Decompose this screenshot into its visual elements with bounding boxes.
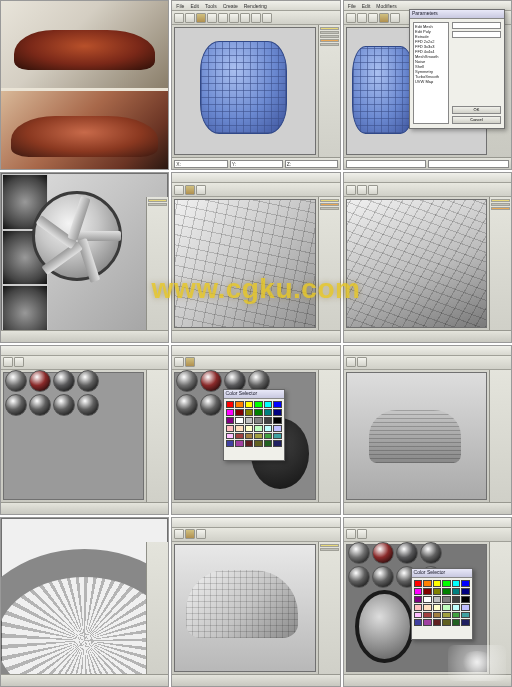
color-swatch[interactable] xyxy=(254,433,263,440)
toolbar-button[interactable] xyxy=(229,13,239,23)
toolbar-button[interactable] xyxy=(174,529,184,539)
color-swatch[interactable] xyxy=(273,417,282,424)
color-swatch[interactable] xyxy=(442,596,451,603)
color-swatch[interactable] xyxy=(433,596,442,603)
toolbar-button[interactable] xyxy=(379,13,389,23)
color-swatch[interactable] xyxy=(433,604,442,611)
color-swatch[interactable] xyxy=(273,440,282,447)
color-swatch[interactable] xyxy=(414,580,423,587)
menu-bar[interactable] xyxy=(172,346,339,356)
main-toolbar[interactable] xyxy=(344,183,511,197)
menu-item[interactable]: File xyxy=(348,3,356,9)
color-swatch[interactable] xyxy=(264,433,273,440)
color-swatch[interactable] xyxy=(442,580,451,587)
color-swatch[interactable] xyxy=(254,401,263,408)
color-swatch[interactable] xyxy=(254,409,263,416)
main-toolbar[interactable] xyxy=(172,11,339,25)
color-swatch[interactable] xyxy=(245,440,254,447)
material-sphere[interactable] xyxy=(200,394,222,416)
toolbar-button[interactable] xyxy=(251,13,261,23)
color-swatch[interactable] xyxy=(423,612,432,619)
color-swatch[interactable] xyxy=(273,401,282,408)
toolbar-button[interactable] xyxy=(174,185,184,195)
color-swatch[interactable] xyxy=(461,619,470,626)
color-swatch[interactable] xyxy=(442,612,451,619)
toolbar-button[interactable] xyxy=(174,13,184,23)
toolbar-button[interactable] xyxy=(357,357,367,367)
command-panel[interactable] xyxy=(318,370,340,502)
color-swatch[interactable] xyxy=(414,588,423,595)
material-sphere[interactable] xyxy=(53,394,75,416)
material-sphere[interactable] xyxy=(348,542,370,564)
toolbar-button[interactable] xyxy=(196,529,206,539)
command-panel[interactable] xyxy=(318,542,340,674)
toolbar-button[interactable] xyxy=(196,13,206,23)
swatch-grid[interactable] xyxy=(412,578,472,628)
material-sphere[interactable] xyxy=(77,370,99,392)
material-sphere[interactable] xyxy=(29,394,51,416)
viewport[interactable] xyxy=(1,518,168,686)
panel-row[interactable] xyxy=(320,31,339,34)
panel-tab[interactable] xyxy=(320,27,339,30)
color-swatch[interactable] xyxy=(442,588,451,595)
material-sphere[interactable] xyxy=(176,370,198,392)
color-swatch[interactable] xyxy=(423,619,432,626)
toolbar-button[interactable] xyxy=(207,13,217,23)
material-sphere[interactable] xyxy=(5,394,27,416)
color-swatch[interactable] xyxy=(273,409,282,416)
color-swatch[interactable] xyxy=(245,409,254,416)
color-swatch[interactable] xyxy=(461,604,470,611)
color-swatch[interactable] xyxy=(245,401,254,408)
color-swatch[interactable] xyxy=(452,619,461,626)
material-sphere[interactable] xyxy=(5,370,27,392)
material-sphere[interactable] xyxy=(372,566,394,588)
panel-tab[interactable] xyxy=(491,199,510,202)
viewport[interactable] xyxy=(174,27,315,155)
color-swatch[interactable] xyxy=(264,401,273,408)
main-toolbar[interactable] xyxy=(172,183,339,197)
toolbar-button[interactable] xyxy=(357,13,367,23)
modifier-list[interactable]: Edit Mesh Edit Poly Extrude FFD 2x2x2 FF… xyxy=(413,22,449,124)
color-swatch[interactable] xyxy=(235,409,244,416)
toolbar-button[interactable] xyxy=(346,185,356,195)
menu-item[interactable]: Modifiers xyxy=(376,3,396,9)
toolbar-button[interactable] xyxy=(185,185,195,195)
menu-item[interactable]: Create xyxy=(223,3,238,9)
panel-row[interactable] xyxy=(148,203,167,206)
color-selector-dialog[interactable]: Color Selector xyxy=(411,568,473,640)
menu-item[interactable]: Rendering xyxy=(244,3,267,9)
color-swatch[interactable] xyxy=(264,425,273,432)
status-field[interactable]: Z: xyxy=(285,160,338,168)
material-editor[interactable] xyxy=(5,370,99,420)
command-panel[interactable] xyxy=(146,370,168,502)
color-swatch[interactable] xyxy=(235,401,244,408)
color-swatch[interactable] xyxy=(442,619,451,626)
panel-row[interactable] xyxy=(320,548,339,551)
menu-bar[interactable] xyxy=(344,518,511,528)
status-field[interactable] xyxy=(346,160,427,168)
color-swatch[interactable] xyxy=(264,417,273,424)
cancel-button[interactable]: Cancel xyxy=(452,116,501,124)
color-swatch[interactable] xyxy=(245,433,254,440)
color-swatch[interactable] xyxy=(423,588,432,595)
toolbar-button[interactable] xyxy=(357,529,367,539)
toolbar-button[interactable] xyxy=(346,357,356,367)
color-swatch[interactable] xyxy=(254,417,263,424)
toolbar-button[interactable] xyxy=(390,13,400,23)
material-sphere[interactable] xyxy=(348,566,370,588)
modifier-dialog[interactable]: Parameters Edit Mesh Edit Poly Extrude F… xyxy=(409,9,505,129)
color-swatch[interactable] xyxy=(226,409,235,416)
color-swatch[interactable] xyxy=(452,596,461,603)
color-swatch[interactable] xyxy=(461,596,470,603)
color-swatch[interactable] xyxy=(273,425,282,432)
toolbar-button[interactable] xyxy=(368,185,378,195)
toolbar-button[interactable] xyxy=(14,357,24,367)
material-sphere[interactable] xyxy=(224,370,246,392)
color-swatch[interactable] xyxy=(235,425,244,432)
panel-row[interactable] xyxy=(320,207,339,210)
color-swatch[interactable] xyxy=(414,604,423,611)
viewport[interactable] xyxy=(174,199,315,327)
menu-item[interactable]: File xyxy=(176,3,184,9)
command-panel[interactable] xyxy=(489,197,511,329)
toolbar-button[interactable] xyxy=(3,357,13,367)
